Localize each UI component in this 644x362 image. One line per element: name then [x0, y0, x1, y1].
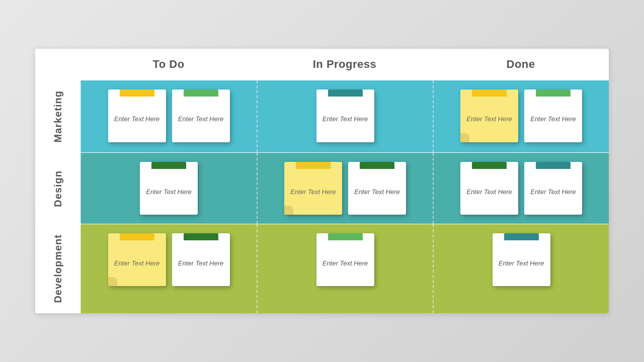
note-body: Enter Text Here [140, 169, 198, 215]
col-header-inprogress-label: In Progress [313, 58, 377, 70]
note-text: Enter Text Here [354, 188, 400, 197]
note-tab [120, 233, 154, 240]
note-text: Enter Text Here [114, 259, 160, 268]
note-text: Enter Text Here [323, 115, 368, 124]
marketing-done-cell: Enter Text Here Enter Text Here [433, 80, 609, 152]
note-text: Enter Text Here [530, 115, 576, 124]
row-design: Design Enter Text Here Enter Text Here E… [35, 152, 609, 224]
design-todo-cell: Enter Text Here [80, 153, 257, 224]
note[interactable]: Enter Text Here [524, 162, 582, 215]
row-label-cell-design: Design [35, 153, 80, 224]
col-header-todo-label: To Do [152, 58, 184, 70]
note-body: Enter Text Here [316, 97, 374, 142]
row-marketing: Marketing Enter Text Here Enter Text Her… [35, 80, 609, 152]
note-text: Enter Text Here [466, 115, 512, 124]
note[interactable]: Enter Text Here [493, 233, 550, 286]
col-header-done-label: Done [507, 58, 535, 70]
note[interactable]: Enter Text Here [140, 162, 198, 215]
kanban-board: To Do In Progress Done Marketing Enter T… [35, 49, 609, 313]
note[interactable]: Enter Text Here [460, 89, 518, 142]
note-body: Enter Text Here [348, 169, 406, 215]
note-tab [184, 89, 218, 97]
note[interactable]: Enter Text Here [460, 162, 518, 215]
note-text: Enter Text Here [530, 188, 576, 197]
note-text: Enter Text Here [178, 115, 224, 124]
note-body: Enter Text Here [172, 240, 230, 286]
note[interactable]: Enter Text Here [172, 233, 230, 286]
note-text: Enter Text Here [146, 188, 192, 197]
note[interactable]: Enter Text Here [284, 162, 342, 215]
row-label-cell-marketing: Marketing [35, 80, 80, 152]
marketing-inprogress-cell: Enter Text Here [257, 80, 433, 152]
note-tab [120, 89, 154, 97]
note-body: Enter Text Here [108, 240, 166, 286]
note-text: Enter Text Here [290, 188, 336, 197]
col-header-inprogress: In Progress [257, 49, 433, 80]
note[interactable]: Enter Text Here [524, 89, 582, 142]
note-body: Enter Text Here [284, 169, 342, 215]
note-tab [472, 162, 507, 169]
note-tab [536, 162, 571, 169]
column-headers: To Do In Progress Done [35, 49, 609, 80]
note-text: Enter Text Here [466, 188, 512, 197]
note-body: Enter Text Here [524, 97, 582, 142]
note-tab [296, 162, 331, 169]
note[interactable]: Enter Text Here [348, 162, 406, 215]
marketing-todo-cell: Enter Text Here Enter Text Here [80, 80, 257, 152]
note-tab [536, 89, 571, 97]
row-label-development: Development [52, 234, 64, 303]
design-done-cell: Enter Text Here Enter Text Here [433, 153, 609, 224]
note[interactable]: Enter Text Here [316, 89, 374, 142]
note-tab [184, 233, 218, 240]
note-text: Enter Text Here [178, 259, 224, 268]
note-tab [151, 162, 186, 169]
note-body: Enter Text Here [172, 97, 230, 142]
note-text: Enter Text Here [114, 115, 160, 124]
note-body: Enter Text Here [460, 97, 518, 142]
note[interactable]: Enter Text Here [108, 89, 166, 142]
header-spacer [35, 49, 80, 80]
note[interactable]: Enter Text Here [316, 233, 374, 286]
note-body: Enter Text Here [108, 97, 166, 142]
note-body: Enter Text Here [493, 240, 550, 286]
note-body: Enter Text Here [460, 169, 518, 215]
col-header-done: Done [433, 49, 609, 80]
development-done-cell: Enter Text Here [433, 224, 609, 313]
row-development: Development Enter Text Here Enter Text H… [35, 224, 609, 313]
row-label-cell-development: Development [35, 224, 80, 313]
note[interactable]: Enter Text Here [172, 89, 230, 142]
row-label-design: Design [52, 170, 64, 207]
note-body: Enter Text Here [524, 169, 582, 215]
note-tab [472, 89, 507, 97]
development-todo-cell: Enter Text Here Enter Text Here [80, 224, 257, 313]
design-inprogress-cell: Enter Text Here Enter Text Here [257, 153, 433, 224]
note-text: Enter Text Here [323, 259, 368, 268]
note-tab [328, 89, 363, 97]
development-inprogress-cell: Enter Text Here [257, 224, 433, 313]
row-label-marketing: Marketing [52, 90, 64, 142]
note[interactable]: Enter Text Here [108, 233, 166, 286]
note-text: Enter Text Here [499, 259, 544, 268]
note-tab [504, 233, 539, 240]
note-body: Enter Text Here [316, 240, 374, 286]
col-header-todo: To Do [80, 49, 257, 80]
note-tab [328, 233, 363, 240]
note-tab [360, 162, 394, 169]
